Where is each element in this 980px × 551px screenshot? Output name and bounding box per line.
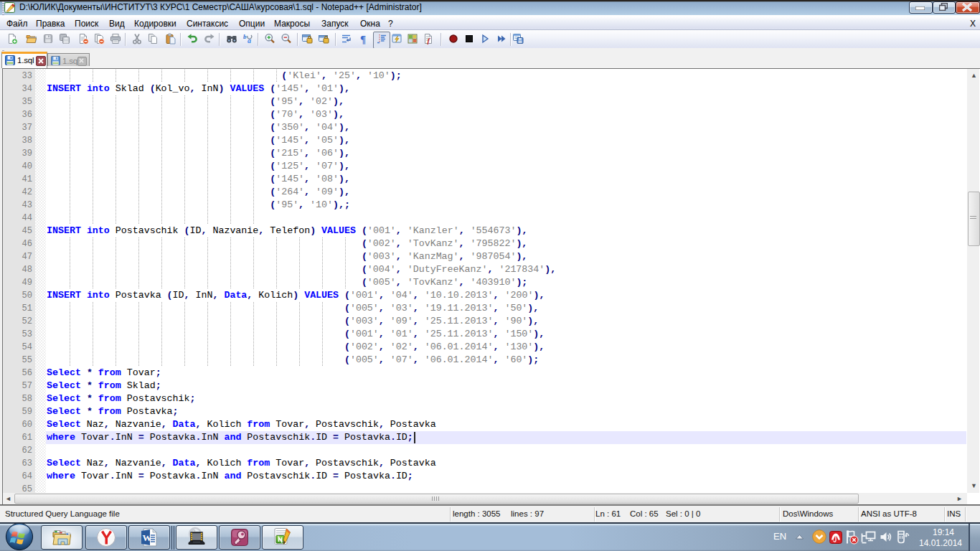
svg-text:b: b (243, 33, 247, 40)
svg-text:¶: ¶ (360, 34, 366, 45)
svg-text:W: W (143, 532, 152, 543)
